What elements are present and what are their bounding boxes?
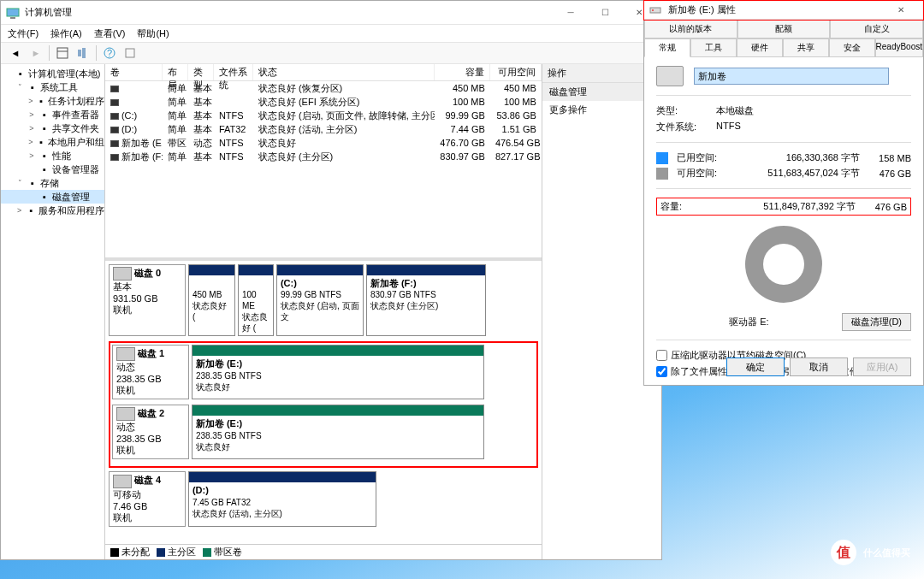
tab-general[interactable]: 常规	[644, 38, 690, 57]
refresh-button[interactable]	[74, 44, 92, 62]
disk-info[interactable]: 磁盘 0基本931.50 GB联机	[109, 264, 186, 336]
minimize-button[interactable]: ─	[554, 3, 588, 22]
svg-rect-1	[10, 17, 15, 19]
disk-icon	[116, 407, 135, 421]
volume-row[interactable]: 简单基本状态良好 (EFI 系统分区)100 MB100 MB	[105, 95, 542, 109]
disk-graphical-view[interactable]: 磁盘 0基本931.50 GB联机450 MB状态良好 (100 ME状态良好 …	[105, 261, 542, 544]
disk-row: 磁盘 1动态238.35 GB联机新加卷 (E:)238.35 GB NTFS状…	[112, 345, 535, 399]
share-icon: ▪	[38, 122, 50, 134]
tools-icon: ▪	[27, 81, 38, 93]
partition[interactable]: (C:)99.99 GB NTFS状态良好 (启动, 页面文	[276, 264, 364, 336]
used-bytes: 166,330,368 字节	[732, 151, 860, 164]
capacity-row: 容量:511,849,787,392 字节476 GB	[656, 198, 911, 216]
volume-list-header[interactable]: 卷 布局 类型 文件系统 状态 容量 可用空间	[105, 64, 542, 81]
tree-node[interactable]: ▪磁盘管理	[1, 190, 104, 204]
tree-node[interactable]: >▪性能	[1, 149, 104, 162]
menu-action[interactable]: 操作(A)	[50, 27, 82, 40]
tab-security[interactable]: 安全	[829, 38, 875, 57]
drive-type-value: 本地磁盘	[716, 104, 754, 117]
tree-node[interactable]: >▪事件查看器	[1, 108, 104, 121]
disk-cleanup-button[interactable]: 磁盘清理(D)	[842, 313, 911, 331]
tab-quota[interactable]: 配额	[737, 20, 831, 38]
partition[interactable]: 新加卷 (E:)238.35 GB NTFS状态良好	[192, 405, 484, 459]
tab-readyboost[interactable]: ReadyBoost	[875, 38, 923, 57]
partition[interactable]: 新加卷 (E:)238.35 GB NTFS状态良好	[192, 345, 484, 399]
device-icon: ▪	[38, 163, 50, 175]
col-layout[interactable]: 布局	[163, 64, 188, 80]
services-icon: ▪	[26, 204, 37, 216]
more-button[interactable]	[121, 44, 139, 62]
apply-button[interactable]: 应用(A)	[853, 357, 911, 376]
index-checkbox[interactable]	[656, 366, 667, 377]
tab-sharing[interactable]: 共享	[783, 38, 829, 57]
perf-icon: ▪	[38, 150, 50, 162]
drive-name-input[interactable]	[694, 68, 889, 85]
mgmt-titlebar[interactable]: 计算机管理 ─ ☐ ✕	[1, 1, 661, 25]
watermark: 值 什么值得买	[831, 540, 910, 565]
partition[interactable]: 100 ME状态良好 (	[238, 264, 274, 336]
disk-row: 磁盘 0基本931.50 GB联机450 MB状态良好 (100 ME状态良好 …	[109, 264, 538, 336]
back-button[interactable]: ◄	[6, 44, 25, 62]
close-button[interactable]: ✕	[884, 1, 918, 20]
menu-file[interactable]: 文件(F)	[8, 27, 38, 40]
forward-button[interactable]: ►	[27, 44, 45, 62]
disk-info[interactable]: 磁盘 1动态238.35 GB联机	[112, 345, 189, 399]
tree-node[interactable]: >▪本地用户和组	[1, 135, 104, 149]
tab-previous-versions[interactable]: 以前的版本	[644, 20, 737, 38]
tree-node[interactable]: >▪任务计划程序	[1, 94, 104, 108]
tree-node[interactable]: >▪共享文件夹	[1, 121, 104, 135]
col-type[interactable]: 类型	[188, 64, 214, 80]
disk-info[interactable]: 磁盘 4可移动7.46 GB联机	[109, 471, 186, 526]
free-bytes: 511,683,457,024 字节	[732, 167, 860, 180]
storage-icon: ▪	[27, 177, 38, 189]
drive-fs-value: NTFS	[716, 121, 741, 133]
col-volume[interactable]: 卷	[105, 64, 163, 80]
disk-icon: ▪	[38, 191, 50, 203]
compress-checkbox[interactable]	[656, 350, 667, 361]
tabs-row-2: 常规 工具 硬件 共享 安全 ReadyBoost	[644, 38, 923, 57]
toolbar: ◄ ► ?	[1, 42, 661, 64]
volume-list[interactable]: 卷 布局 类型 文件系统 状态 容量 可用空间 简单基本状态良好 (恢复分区)4…	[105, 64, 542, 261]
help-button[interactable]: ?	[100, 44, 119, 62]
volume-row[interactable]: (C:)简单基本NTFS状态良好 (启动, 页面文件, 故障转储, 主分区)99…	[105, 109, 542, 122]
tree-node[interactable]: ▪计算机管理(本地)	[1, 67, 104, 80]
partition[interactable]: 450 MB状态良好 (	[188, 264, 235, 336]
disk-info[interactable]: 磁盘 2动态238.35 GB联机	[112, 405, 189, 459]
event-icon: ▪	[38, 109, 50, 121]
ok-button[interactable]: 确定	[726, 357, 785, 376]
props-titlebar[interactable]: 新加卷 (E:) 属性 ✕	[644, 1, 923, 20]
col-fs[interactable]: 文件系统	[214, 64, 253, 80]
volume-row[interactable]: (D:)简单基本FAT32状态良好 (活动, 主分区)7.44 GB1.51 G…	[105, 122, 542, 136]
tab-hardware[interactable]: 硬件	[737, 38, 783, 57]
legend: 未分配 主分区 带区卷	[105, 544, 542, 559]
disk-icon	[113, 267, 132, 281]
tree-node[interactable]: >▪服务和应用程序	[1, 204, 104, 217]
tree-node[interactable]: ˅▪系统工具	[1, 80, 104, 94]
col-capacity[interactable]: 容量	[435, 64, 490, 80]
usage-pie-chart	[745, 226, 822, 303]
menu-view[interactable]: 查看(V)	[94, 27, 126, 40]
mgmt-title: 计算机管理	[25, 6, 554, 19]
svg-rect-2	[57, 48, 68, 58]
col-status[interactable]: 状态	[253, 64, 435, 80]
maximize-button[interactable]: ☐	[588, 3, 622, 22]
volume-row[interactable]: 新加卷 (F:)简单基本NTFS状态良好 (主分区)830.97 GB827.1…	[105, 150, 542, 163]
drive-large-icon	[656, 66, 684, 86]
partition[interactable]: 新加卷 (F:)830.97 GB NTFS状态良好 (主分区)	[366, 264, 486, 336]
volume-row[interactable]: 新加卷 (E:)带区动态NTFS状态良好476.70 GB476.54 GB	[105, 136, 542, 150]
computer-icon: ▪	[15, 68, 27, 80]
menubar: 文件(F) 操作(A) 查看(V) 帮助(H)	[1, 25, 661, 42]
tab-tools[interactable]: 工具	[690, 38, 737, 57]
tab-custom[interactable]: 自定义	[830, 20, 923, 38]
col-free[interactable]: 可用空间	[490, 64, 542, 80]
nav-tree[interactable]: ▪计算机管理(本地)˅▪系统工具>▪任务计划程序>▪事件查看器>▪共享文件夹>▪…	[1, 64, 105, 559]
tree-node[interactable]: ˅▪存储	[1, 176, 104, 190]
cancel-button[interactable]: 取消	[790, 357, 848, 376]
menu-help[interactable]: 帮助(H)	[137, 27, 169, 40]
partition[interactable]: (D:)7.45 GB FAT32状态良好 (活动, 主分区)	[188, 471, 376, 526]
volume-row[interactable]: 简单基本状态良好 (恢复分区)450 MB450 MB	[105, 81, 542, 95]
disk-row: 磁盘 4可移动7.46 GB联机(D:)7.45 GB FAT32状态良好 (活…	[109, 471, 538, 526]
task-icon: ▪	[37, 95, 46, 107]
tree-node[interactable]: ▪设备管理器	[1, 162, 104, 176]
views-button[interactable]	[53, 44, 72, 62]
